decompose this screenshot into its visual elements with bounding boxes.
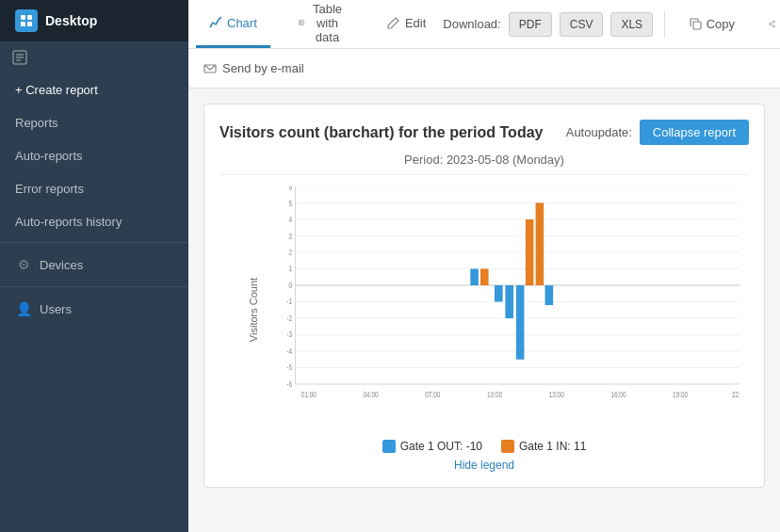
bar-2 <box>480 269 489 286</box>
svg-line-16 <box>771 24 773 26</box>
sidebar-auto-reports-history-label: Auto-reports history <box>15 215 122 229</box>
legend-label-1: Gate 1 OUT: -10 <box>400 440 482 453</box>
sidebar-create-report-label: + Create report <box>15 83 98 97</box>
period-line: Period: 2023-05-08 (Monday) <box>219 153 749 175</box>
sidebar-divider-1 <box>0 242 188 243</box>
sidebar-item-devices[interactable]: ⚙ Devices <box>0 247 188 282</box>
share-icon <box>769 18 775 30</box>
sidebar-item-create-report[interactable]: + Create report <box>0 73 188 106</box>
report-title: Visitors count (barchart) for the period… <box>219 124 543 141</box>
download-label: Download: <box>443 17 500 31</box>
bar-5 <box>516 285 525 360</box>
svg-point-15 <box>769 24 771 25</box>
app-icon <box>15 9 38 32</box>
sidebar-item-reports[interactable]: Reports <box>0 106 188 139</box>
bar-6 <box>526 219 534 285</box>
svg-text:2: 2 <box>288 248 292 257</box>
legend-item-2: Gate 1 IN: 11 <box>501 440 586 453</box>
pdf-button[interactable]: PDF <box>509 12 552 37</box>
sidebar-item-auto-reports-history[interactable]: Auto-reports history <box>0 205 188 238</box>
legend-item-1: Gate 1 OUT: -10 <box>382 440 482 453</box>
xls-button[interactable]: XLS <box>610 12 653 37</box>
tab-chart[interactable]: Chart <box>196 0 270 48</box>
sidebar-devices-label: Devices <box>40 258 83 272</box>
svg-text:-3: -3 <box>286 330 292 339</box>
svg-rect-12 <box>693 22 701 29</box>
svg-text:01:00: 01:00 <box>301 390 317 399</box>
svg-text:16:00: 16:00 <box>610 390 626 399</box>
svg-rect-1 <box>27 15 32 20</box>
tab-edit[interactable]: Edit <box>374 0 439 48</box>
devices-icon: ⚙ <box>15 256 32 273</box>
svg-point-13 <box>773 21 775 23</box>
svg-text:19:00: 19:00 <box>673 390 689 399</box>
svg-text:07:00: 07:00 <box>425 390 441 399</box>
svg-text:1: 1 <box>288 264 292 273</box>
chart-wrapper: Visitors Count .grid-line { stroke: #eee… <box>219 186 749 432</box>
bar-7 <box>536 203 544 286</box>
copy-button[interactable]: Copy <box>676 9 748 39</box>
share-button[interactable]: Share report <box>756 3 780 46</box>
legend-label-2: Gate 1 IN: 11 <box>519 440 586 453</box>
hide-legend-button[interactable]: Hide legend <box>219 459 749 472</box>
report-card: Visitors count (barchart) for the period… <box>203 104 765 488</box>
svg-text:-2: -2 <box>286 314 292 323</box>
svg-line-17 <box>771 22 773 24</box>
sidebar-error-reports-label: Error reports <box>15 182 84 196</box>
report-header: Visitors count (barchart) for the period… <box>219 120 749 145</box>
y-axis-label: Visitors Count <box>248 277 259 341</box>
svg-text:04:00: 04:00 <box>364 390 380 399</box>
legend-color-1 <box>382 440 396 453</box>
toolbar-sep-3 <box>664 11 665 38</box>
autoupdate-label: Autoupdate: <box>566 125 632 139</box>
legend-color-2 <box>501 440 514 453</box>
bar-8 <box>545 285 554 305</box>
bar-chart: .grid-line { stroke: #eee; stroke-width:… <box>268 186 739 403</box>
copy-icon <box>690 18 702 30</box>
send-email-button[interactable]: Send by e-mail <box>203 61 304 75</box>
svg-text:-4: -4 <box>286 347 292 356</box>
svg-text:13:00: 13:00 <box>549 390 565 399</box>
chart-legend: Gate 1 OUT: -10 Gate 1 IN: 11 <box>219 440 749 453</box>
sidebar-item-auto-reports[interactable]: Auto-reports <box>0 139 188 172</box>
toolbar: Chart Table with data Edit Download: PDF… <box>188 0 780 49</box>
bar-1 <box>470 269 479 286</box>
users-icon: 👤 <box>15 300 32 317</box>
svg-text:22:00: 22:00 <box>732 390 739 399</box>
sidebar-divider-2 <box>0 286 188 287</box>
table-icon <box>299 16 304 29</box>
svg-rect-3 <box>27 22 32 26</box>
bar-4 <box>505 285 513 318</box>
collapse-report-button[interactable]: Collapse report <box>640 120 749 145</box>
email-icon <box>203 62 217 75</box>
svg-text:5: 5 <box>288 199 292 208</box>
svg-text:-1: -1 <box>286 297 292 306</box>
svg-rect-0 <box>21 15 25 20</box>
chart-icon <box>209 16 222 29</box>
bar-3 <box>495 285 503 302</box>
sidebar-nav: + Create report Reports Auto-reports Err… <box>0 41 188 238</box>
toolbar2: Send by e-mail <box>188 49 780 89</box>
main-content: Chart Table with data Edit Download: PDF… <box>188 0 780 532</box>
sidebar: Desktop + Create report Reports Auto-rep… <box>0 0 188 532</box>
sidebar-users-label: Users <box>40 302 72 316</box>
svg-text:3: 3 <box>288 232 292 241</box>
autoupdate-area: Autoupdate: Collapse report <box>566 120 749 145</box>
sidebar-header: Desktop <box>0 0 188 41</box>
tab-table[interactable]: Table with data <box>285 0 359 48</box>
sidebar-item-error-reports[interactable]: Error reports <box>0 172 188 205</box>
svg-text:6: 6 <box>288 186 292 192</box>
svg-text:-5: -5 <box>286 363 292 372</box>
toolbar-right: Download: PDF CSV XLS Copy Share report <box>443 3 780 46</box>
sidebar-reports-label: Reports <box>15 116 58 130</box>
sidebar-item-users[interactable]: 👤 Users <box>0 291 188 327</box>
svg-text:0: 0 <box>288 281 292 290</box>
svg-text:-6: -6 <box>286 379 292 389</box>
app-title: Desktop <box>45 13 97 28</box>
svg-text:4: 4 <box>288 215 292 224</box>
csv-button[interactable]: CSV <box>560 12 604 37</box>
sidebar-doc-icon <box>0 41 188 73</box>
edit-icon <box>387 16 400 29</box>
svg-rect-8 <box>299 20 303 24</box>
report-area: Visitors count (barchart) for the period… <box>188 89 780 532</box>
